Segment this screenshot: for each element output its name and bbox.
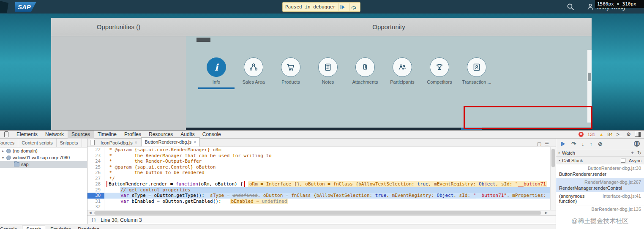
code-line-text[interactable]: * the button to be rendered	[104, 170, 550, 176]
object-tab-participants[interactable]: Participants	[384, 57, 421, 89]
object-tab-info[interactable]: iInfo	[198, 57, 235, 89]
code-line-32[interactable]: 32	[87, 204, 550, 210]
code-line-23[interactable]: 23 * the RenderManager that can be used …	[87, 153, 550, 159]
code-line-text[interactable]: * @param {sap.ui.core.Control} oButton	[104, 164, 550, 170]
tree-item-sap[interactable]: sap	[0, 161, 87, 168]
navigator-tab-content-scripts[interactable]: Content scripts	[18, 139, 56, 147]
devtools-tab-timeline[interactable]: Timeline	[94, 131, 120, 139]
editor-vertical-scrollbar[interactable]	[550, 147, 556, 210]
dock-side-icon[interactable]	[635, 132, 641, 137]
code-line-text[interactable]: var sType = oButton.getType(); sType = u…	[104, 193, 550, 199]
scroll-left-arrow-icon[interactable]: ◀	[87, 210, 93, 215]
gutter-line-number[interactable]: 28	[87, 181, 104, 187]
gutter-line-number[interactable]: 25	[87, 164, 104, 170]
warning-count[interactable]: 84	[608, 132, 613, 137]
async-checkbox[interactable]	[621, 158, 625, 163]
watch-section-header[interactable]: ▸ Watch + ↻	[556, 149, 644, 157]
error-icon[interactable]: ✕	[579, 132, 584, 137]
code-line-29[interactable]: 29 // get control properties	[87, 187, 550, 193]
code-line-text[interactable]: * the RenderManager that can be used for…	[104, 153, 550, 159]
gutter-line-number[interactable]: 24	[87, 158, 104, 164]
tree-item--no-domain-[interactable]: ▸(no domain)	[0, 147, 87, 154]
code-line-27[interactable]: 27 */	[87, 176, 550, 182]
code-line-31[interactable]: 31 var bEnabled = oButton.getEnabled(); …	[87, 199, 550, 204]
file-tab-iconpool-dbg-js[interactable]: IconPool-dbg.js×	[97, 139, 141, 147]
gutter-line-number[interactable]: 32	[87, 204, 104, 210]
close-icon[interactable]: ×	[135, 140, 137, 145]
search-icon[interactable]	[566, 3, 575, 11]
drawer-tab-console[interactable]: Console	[0, 226, 20, 229]
code-line-text[interactable]	[104, 204, 550, 210]
code-line-25[interactable]: 25 * @param {sap.ui.core.Control} oButto…	[87, 164, 550, 170]
resume-script-icon[interactable]	[338, 3, 347, 11]
code-line-text[interactable]: ButtonRenderer.render = function(oRm, oB…	[104, 181, 550, 187]
gutter-line-number[interactable]: 30	[87, 193, 104, 199]
navigator-tab-snippets[interactable]: Snippets	[57, 139, 82, 147]
code-line-text[interactable]: */	[104, 176, 550, 182]
devtools-tab-sources[interactable]: Sources	[68, 131, 94, 139]
code-line-28[interactable]: 28ButtonRenderer.render = function(oRm, …	[87, 181, 550, 187]
device-mode-icon[interactable]	[4, 131, 8, 137]
devtools-tab-console[interactable]: Console	[199, 131, 225, 139]
error-count[interactable]: 131	[587, 132, 595, 137]
gutter-line-number[interactable]: 23	[87, 153, 104, 159]
panel-scrollbar[interactable]	[587, 50, 592, 123]
resize-handle[interactable]	[196, 38, 210, 42]
gutter-line-number[interactable]: 22	[87, 147, 104, 153]
gutter-line-number[interactable]: 31	[87, 199, 104, 204]
navigator-tab-sources[interactable]: Sources	[0, 139, 18, 147]
code-line-30[interactable]: 30 var sType = oButton.getType(); sType …	[87, 193, 550, 199]
call-stack-frame[interactable]: BarRenderer-dbg.js:135	[556, 205, 644, 217]
object-tab-attachments[interactable]: Attachments	[347, 57, 384, 89]
drawer-tab-emulation[interactable]: Emulation	[47, 226, 74, 229]
call-stack-frame[interactable]: ButtonRenderer-dbg.js:30ButtonRenderer.r…	[556, 164, 644, 178]
devtools-tab-elements[interactable]: Elements	[13, 131, 41, 139]
pause-on-exceptions-icon[interactable]: ❚❚	[634, 141, 640, 147]
object-tab-notes[interactable]: Notes	[309, 57, 347, 89]
object-tab-competitors[interactable]: Competitors	[421, 57, 458, 89]
call-stack-frame[interactable]: (anonymous function)Interface-dbg.js:41	[556, 192, 644, 205]
panel-scrollbar-thumb[interactable]	[588, 73, 591, 81]
code-line-26[interactable]: 26 * the button to be rendered	[87, 170, 550, 176]
code-line-24[interactable]: 24 * the Render-Output-Buffer	[87, 158, 550, 164]
devtools-tab-network[interactable]: Network	[41, 131, 68, 139]
drawer-tab-rendering[interactable]: Rendering	[74, 226, 103, 229]
code-line-22[interactable]: 22 * @param {sap.ui.core.RenderManager} …	[87, 147, 550, 153]
deactivate-breakpoints-icon[interactable]: ⊘	[598, 141, 603, 147]
scroll-right-arrow-icon[interactable]: ▶	[543, 210, 549, 215]
pretty-print-icon[interactable]: {}	[91, 217, 96, 223]
call-stack-section-header[interactable]: ▾ Call Stack Async	[556, 157, 644, 164]
refresh-watch-icon[interactable]: ↻	[637, 150, 641, 156]
code-line-text[interactable]: * @param {sap.ui.core.RenderManager} oRm	[104, 147, 550, 153]
file-tab-buttonrenderer-dbg-js[interactable]: ButtonRenderer-dbg.js×	[141, 137, 200, 147]
step-into-icon[interactable]: ↓	[581, 141, 584, 147]
drawer-tab-search[interactable]: Search	[22, 226, 45, 229]
code-editor[interactable]: 22 * @param {sap.ui.core.RenderManager} …	[87, 147, 556, 210]
step-out-icon[interactable]: ↑	[589, 141, 592, 147]
console-toggle-icon[interactable]: >_	[617, 131, 622, 137]
navigator-toggle-icon[interactable]: ▢	[537, 141, 541, 147]
code-segment: true	[417, 181, 428, 187]
tree-item-wdciw01-wdf-sap-corp-7080[interactable]: ▾wdciw01.wdf.sap.corp:7080	[0, 154, 87, 161]
gutter-line-number[interactable]: 26	[87, 170, 104, 176]
object-tab-products[interactable]: Products	[272, 57, 309, 89]
code-line-text[interactable]: // get control properties	[104, 187, 550, 193]
gutter-line-number[interactable]: 29	[87, 187, 104, 193]
step-over-icon[interactable]	[349, 3, 357, 11]
scrollbar-thumb[interactable]	[551, 149, 555, 167]
editor-panes-icon[interactable]: ☰	[545, 141, 549, 147]
object-tab-sales-area[interactable]: Sales Area	[235, 57, 272, 89]
step-over-icon[interactable]: ↷	[571, 141, 576, 147]
call-stack-frame[interactable]: RenderManager-dbg.js:267RenderManager.re…	[556, 178, 644, 192]
code-line-text[interactable]: * the Render-Output-Buffer	[104, 158, 550, 164]
scrollbar-thumb[interactable]	[94, 211, 541, 215]
code-line-text[interactable]: var bEnabled = oButton.getEnabled(); bEn…	[104, 199, 550, 204]
gutter-line-number[interactable]: 27	[87, 176, 104, 182]
editor-horizontal-scrollbar[interactable]: ◀ ▶	[87, 210, 556, 215]
add-watch-icon[interactable]: +	[631, 150, 634, 156]
resume-script-icon[interactable]	[560, 141, 566, 147]
settings-gear-icon[interactable]: ⚙	[626, 131, 631, 137]
object-tab-transaction[interactable]: Transaction ...	[458, 57, 495, 89]
warning-icon[interactable]: ▲	[599, 132, 604, 137]
close-icon[interactable]: ×	[194, 140, 196, 144]
